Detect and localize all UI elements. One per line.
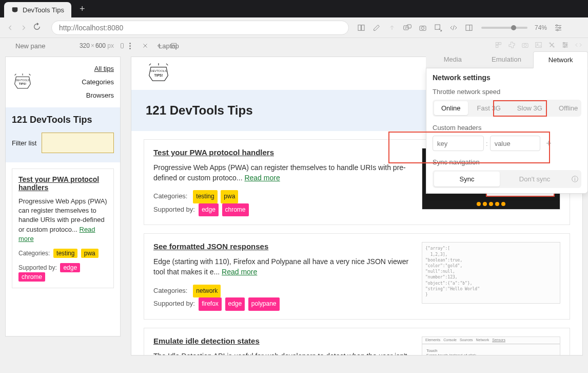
svg-point-36 xyxy=(564,46,565,48)
supported-label: Supported by: xyxy=(153,206,195,213)
filter-input[interactable] xyxy=(42,133,114,153)
header-key-input[interactable] xyxy=(433,136,484,151)
site-logo-icon: DEVTOOLSTIPS! xyxy=(12,72,33,92)
tag[interactable]: polypane xyxy=(248,297,280,311)
extension-icon[interactable] xyxy=(507,40,516,49)
new-tab-button[interactable]: + xyxy=(76,3,88,15)
browser-tab[interactable]: DevTools Tips xyxy=(4,2,71,17)
article-thumbnail: {"array":[ 1,2,3],"boolean":true,"color"… xyxy=(422,242,560,304)
svg-point-12 xyxy=(557,29,558,31)
article-title[interactable]: Test your PWA protocol handlers xyxy=(18,175,107,192)
page-title: 121 DevTools Tips xyxy=(12,115,114,125)
read-more-link[interactable]: Read more xyxy=(222,268,257,276)
zoom-slider[interactable] xyxy=(481,27,527,29)
tag[interactable]: chrome xyxy=(222,203,249,217)
throttle-fast3g[interactable]: Fast 3G xyxy=(470,101,508,115)
camera-icon[interactable] xyxy=(418,23,428,33)
tools-icon[interactable] xyxy=(547,40,556,49)
nav-categories[interactable]: Categories xyxy=(82,78,114,86)
address-bar[interactable]: http://localhost:8080 xyxy=(51,21,349,35)
article-title[interactable]: Test your PWA protocol handlers xyxy=(153,148,413,157)
nav-all-tips[interactable]: All tips xyxy=(94,65,114,72)
svg-point-11 xyxy=(559,27,561,28)
tag[interactable]: edge xyxy=(60,263,80,272)
tab-emulation[interactable]: Emulation xyxy=(480,51,534,68)
mobile-nav: All tips Categories Browsers xyxy=(82,62,114,102)
sync-nav-label: Sync navigation xyxy=(433,158,581,166)
pane-menu-icon[interactable] xyxy=(129,43,131,49)
svg-text:3: 3 xyxy=(405,26,407,29)
article-excerpt: Edge (starting with 110), Firefox and Po… xyxy=(153,257,413,277)
info-icon[interactable]: ⓘ xyxy=(570,175,580,184)
sliders-icon[interactable] xyxy=(560,40,570,49)
edit-icon[interactable] xyxy=(371,23,382,33)
mobile-preview[interactable]: DEVTOOLSTIPS! All tips Categories Browse… xyxy=(5,57,121,337)
tag[interactable]: testing xyxy=(193,190,217,203)
tag[interactable]: pwa xyxy=(221,190,238,203)
tag[interactable]: testing xyxy=(53,249,77,258)
tag[interactable]: edge xyxy=(225,297,245,311)
svg-rect-13 xyxy=(121,44,124,48)
mobile-dimensions: 320×600 px xyxy=(80,42,114,49)
tag[interactable]: network xyxy=(193,285,221,298)
settings-icon[interactable] xyxy=(553,23,563,33)
categories-label: Categories: xyxy=(153,287,187,294)
tag[interactable]: edge xyxy=(199,203,219,217)
throttle-offline[interactable]: Offline xyxy=(552,101,585,115)
categories-label: Categories: xyxy=(153,192,187,200)
network-settings-panel: Network settings Throttle network speed … xyxy=(426,68,588,194)
reload-icon xyxy=(33,23,41,31)
tab-network[interactable]: Network xyxy=(533,51,588,68)
screenshot-group-icon[interactable]: 3 xyxy=(402,23,413,33)
grid-icon[interactable] xyxy=(494,40,503,49)
article-title[interactable]: See formatted JSON responses xyxy=(153,242,413,251)
laptop-pane-label: Laptop xyxy=(159,42,179,50)
chevron-left-icon xyxy=(7,24,14,31)
site-logo-icon: DEVTOOLSTIPS! xyxy=(146,62,171,85)
article-card: Emulate idle detection states The Idle D… xyxy=(144,328,570,356)
zoom-thumb[interactable] xyxy=(511,25,516,30)
tag[interactable]: pwa xyxy=(81,249,99,258)
sync-button[interactable]: Sync xyxy=(434,172,500,186)
svg-rect-25 xyxy=(496,42,498,44)
tag[interactable]: firefox xyxy=(199,297,222,311)
read-more-link[interactable]: Read more xyxy=(244,174,280,182)
url-text: http://localhost:8080 xyxy=(59,24,123,32)
article-excerpt: Progressive Web Apps (PWA) can register … xyxy=(153,163,413,183)
svg-text:DEVTOOLS: DEVTOOLS xyxy=(150,70,167,73)
inspect-icon[interactable] xyxy=(433,23,443,33)
add-header-button[interactable]: + xyxy=(542,137,556,150)
forward-button[interactable] xyxy=(18,23,29,33)
supported-label: Supported by: xyxy=(18,264,57,271)
panel-title: Network settings xyxy=(433,73,581,82)
svg-line-17 xyxy=(15,74,16,76)
article-thumbnail: ElementsConsoleSourcesNetworkSensors Tou… xyxy=(422,337,560,356)
mobile-pane-label: New pane xyxy=(15,42,46,50)
close-pane-icon[interactable] xyxy=(140,41,150,51)
tag[interactable]: chrome xyxy=(18,272,45,282)
tab-media[interactable]: Media xyxy=(426,51,480,68)
article-title[interactable]: Emulate idle detection states xyxy=(153,337,413,345)
panels-icon[interactable] xyxy=(356,23,366,33)
header-value-input[interactable] xyxy=(490,136,540,151)
throttle-slow3g[interactable]: Slow 3G xyxy=(510,101,550,115)
categories-label: Categories: xyxy=(18,250,50,257)
camera-icon[interactable] xyxy=(520,40,530,49)
devtools-panel: Media Emulation Network Network settings… xyxy=(426,38,588,194)
reload-button[interactable] xyxy=(33,23,43,33)
svg-text:TIPS!: TIPS! xyxy=(154,73,163,77)
sidebar-icon[interactable] xyxy=(464,23,474,33)
svg-line-24 xyxy=(166,64,168,65)
article-excerpt: Progressive Web Apps (PWA) can register … xyxy=(18,197,107,244)
code-icon[interactable] xyxy=(448,23,459,33)
page-title: 121 DevTools Tips xyxy=(146,103,253,118)
image-icon[interactable] xyxy=(534,40,543,49)
code-icon[interactable] xyxy=(574,40,583,49)
devtools-tabs: Media Emulation Network xyxy=(426,51,588,68)
rotate-icon[interactable] xyxy=(117,41,127,51)
nav-browsers[interactable]: Browsers xyxy=(86,91,114,99)
upload-icon[interactable] xyxy=(387,23,397,33)
back-button[interactable] xyxy=(5,23,15,33)
dont-sync-button[interactable]: Don't sync xyxy=(502,172,567,186)
throttle-online[interactable]: Online xyxy=(434,101,468,115)
